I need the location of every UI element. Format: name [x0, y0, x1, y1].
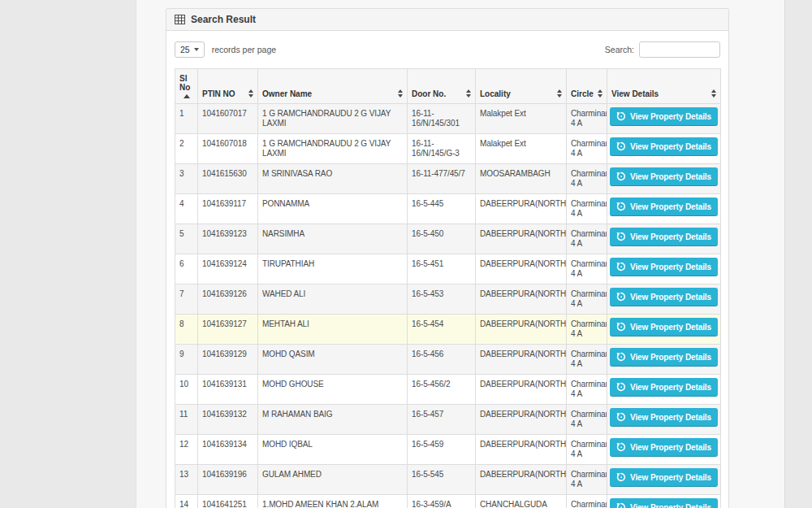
column-label: PTIN NO [202, 89, 235, 98]
cell-owner-name: M RAHAMAN BAIG [258, 405, 408, 435]
table-controls: 25 records per page Search: [175, 41, 720, 58]
sort-icon [248, 89, 253, 98]
cell-circle: Charminar 4 A [567, 284, 607, 315]
records-per-page-label: records per page [212, 45, 276, 54]
cell-ptin-no: 1041639117 [198, 194, 258, 224]
table-row: 6 1041639124 TIRUPATHIAH 16-5-451 DABEER… [175, 254, 721, 284]
cell-sl-no: 14 [175, 495, 198, 508]
history-icon [616, 111, 626, 121]
cell-locality: DABEERPURA(NORTH) [476, 435, 567, 465]
view-property-details-button[interactable]: View Property Details [610, 198, 718, 216]
view-property-details-label: View Property Details [630, 383, 711, 392]
table-row: 8 1041639127 MEHTAH ALI 16-5-454 DABEERP… [175, 315, 721, 345]
cell-sl-no: 10 [175, 375, 198, 405]
history-icon [616, 202, 626, 211]
view-property-details-button[interactable]: View Property Details [610, 258, 718, 276]
cell-view-details: View Property Details [607, 465, 721, 495]
cell-locality: Malakpet Ext [476, 104, 567, 134]
cell-locality: DABEERPURA(NORTH) [476, 345, 567, 375]
search-label: Search: [605, 45, 634, 54]
history-icon [616, 172, 626, 181]
cell-locality: DABEERPURA(NORTH) [476, 254, 567, 284]
cell-circle: Charminar 4 A [567, 345, 607, 375]
view-property-details-label: View Property Details [630, 473, 711, 482]
view-property-details-button[interactable]: View Property Details [610, 288, 718, 306]
cell-sl-no: 5 [175, 224, 198, 254]
cell-door-no: 16-11-16/N/145/G-3 [408, 134, 476, 164]
search-control: Search: [605, 41, 720, 58]
history-icon [616, 232, 626, 241]
sort-icon [398, 89, 403, 98]
cell-owner-name: GULAM AHMED [258, 465, 408, 495]
cell-sl-no: 13 [175, 465, 198, 495]
cell-ptin-no: 1041639127 [198, 315, 258, 345]
cell-sl-no: 8 [175, 315, 198, 345]
cell-door-no: 16-5-456/2 [408, 375, 476, 405]
cell-ptin-no: 1041607017 [198, 104, 258, 134]
view-property-details-label: View Property Details [630, 413, 711, 422]
history-icon [616, 382, 626, 392]
sort-icon [598, 89, 603, 98]
sort-icon [466, 89, 471, 98]
view-property-details-label: View Property Details [630, 112, 711, 121]
cell-view-details: View Property Details [607, 104, 721, 134]
table-icon [175, 15, 185, 24]
view-property-details-button[interactable]: View Property Details [610, 378, 718, 397]
cell-owner-name: NARSIMHA [258, 224, 408, 254]
chevron-down-icon [194, 48, 199, 51]
cell-view-details: View Property Details [607, 224, 721, 254]
column-header-locality[interactable]: Locality [476, 69, 567, 104]
column-header-sl-no[interactable]: Sl No [175, 69, 198, 104]
cell-ptin-no: 1041639196 [198, 465, 258, 495]
table-row: 13 1041639196 GULAM AHMED 16-5-545 DABEE… [175, 465, 721, 495]
view-property-details-button[interactable]: View Property Details [610, 408, 718, 427]
view-property-details-button[interactable]: View Property Details [610, 468, 718, 487]
view-property-details-button[interactable]: View Property Details [610, 228, 718, 246]
view-property-details-label: View Property Details [630, 142, 711, 151]
column-header-circle[interactable]: Circle [567, 69, 607, 104]
view-property-details-label: View Property Details [630, 172, 711, 181]
cell-ptin-no: 1041639134 [198, 435, 258, 465]
view-property-details-button[interactable]: View Property Details [610, 438, 718, 457]
page-length-control: 25 records per page [175, 41, 276, 58]
history-icon [616, 141, 626, 151]
column-header-ptin-no[interactable]: PTIN NO [198, 69, 258, 104]
cell-circle: Charminar 4 A [567, 495, 607, 508]
cell-owner-name: MOHD QASIM [258, 345, 408, 375]
cell-view-details: View Property Details [607, 254, 721, 284]
column-header-owner-name[interactable]: Owner Name [258, 69, 408, 104]
cell-view-details: View Property Details [607, 134, 721, 164]
table-body: 1 1041607017 1 G RAMCHANDRAUDU 2 G VIJAY… [175, 104, 721, 508]
cell-locality: DABEERPURA(NORTH) [476, 315, 567, 345]
records-per-page-select[interactable]: 25 [175, 41, 205, 58]
view-property-details-button[interactable]: View Property Details [610, 348, 718, 367]
column-header-door-no[interactable]: Door No. [408, 69, 476, 104]
view-property-details-button[interactable]: View Property Details [610, 107, 718, 126]
view-property-details-button[interactable]: View Property Details [610, 318, 718, 336]
cell-ptin-no: 1041615630 [198, 164, 258, 194]
cell-view-details: View Property Details [607, 495, 721, 508]
cell-view-details: View Property Details [607, 405, 721, 435]
view-property-details-button[interactable]: View Property Details [610, 498, 718, 508]
cell-sl-no: 3 [175, 164, 198, 194]
view-property-details-button[interactable]: View Property Details [610, 167, 718, 186]
view-property-details-button[interactable]: View Property Details [610, 137, 718, 156]
cell-view-details: View Property Details [607, 194, 721, 224]
history-icon [616, 412, 626, 422]
table-row: 11 1041639132 M RAHAMAN BAIG 16-5-457 DA… [175, 405, 721, 435]
column-label: Door No. [412, 89, 446, 98]
cell-door-no: 16-5-454 [408, 315, 476, 345]
cell-sl-no: 12 [175, 435, 198, 465]
search-input[interactable] [639, 41, 720, 58]
search-result-table: Sl No PTIN NO [175, 68, 721, 508]
cell-circle: Charminar 4 A [567, 435, 607, 465]
cell-owner-name: 1 G RAMCHANDRAUDU 2 G VIJAY LAXMI [258, 104, 408, 134]
cell-circle: Charminar 4 A [567, 254, 607, 284]
column-header-view-details[interactable]: View Details [607, 69, 721, 104]
cell-locality: DABEERPURA(NORTH) [476, 194, 567, 224]
cell-ptin-no: 1041639126 [198, 284, 258, 315]
records-per-page-value: 25 [180, 45, 190, 54]
table-row: 14 1041641251 1.MOHD AMEEN KHAN 2.ALAM K… [175, 495, 721, 508]
cell-sl-no: 7 [175, 284, 198, 315]
cell-owner-name: 1 G RAMCHANDRAUDU 2 G VIJAY LAXMI [258, 134, 408, 164]
